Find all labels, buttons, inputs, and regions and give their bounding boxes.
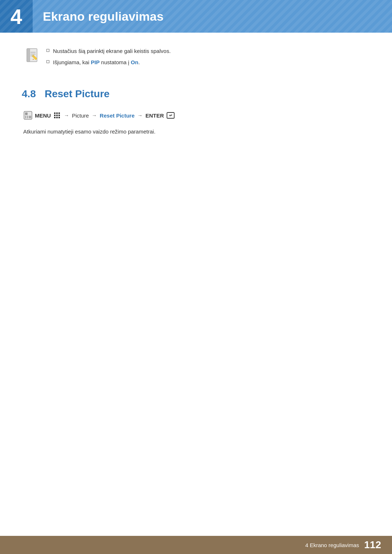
svg-rect-18: [56, 115, 58, 116]
footer-chapter-text: 4 Ekrano reguliavimas: [305, 542, 359, 548]
footer: 4 Ekrano reguliavimas 112: [0, 536, 392, 554]
note-line-2: Išjungiama, kai PIP nustatoma į On.: [46, 58, 171, 67]
chapter-number: 4: [11, 4, 22, 29]
note-text-2: Išjungiama, kai PIP nustatoma į On.: [53, 58, 140, 67]
svg-rect-20: [54, 117, 56, 118]
svg-rect-15: [56, 112, 58, 114]
svg-rect-11: [25, 117, 26, 118]
bullet-1: [46, 49, 49, 52]
on-label: On: [131, 59, 138, 65]
note-text-1: Nustačius šią parinktį ekrane gali keist…: [53, 47, 171, 56]
arrow-1: →: [64, 112, 69, 118]
section-number: 4.8: [22, 88, 36, 100]
svg-rect-8: [25, 112, 28, 115]
section-heading: 4.8 Reset Picture: [22, 85, 370, 100]
nav-path: MENU → Picture → Reset Picture → ENTER: [23, 111, 370, 120]
note-line-1: Nustačius šią parinktį ekrane gali keist…: [46, 47, 171, 56]
note-icon: [25, 48, 40, 62]
svg-rect-14: [54, 112, 56, 114]
svg-rect-22: [58, 117, 60, 118]
svg-text:↵: ↵: [169, 113, 172, 118]
note-box: Nustačius šią parinktį ekrane gali keist…: [22, 47, 370, 66]
enter-key-icon: ↵: [167, 112, 175, 119]
nav-reset-text: Reset Picture: [100, 112, 135, 119]
nav-enter-text: ENTER: [146, 112, 164, 119]
arrow-3: →: [138, 112, 143, 118]
bullet-2: [46, 60, 49, 63]
arrow-2: →: [92, 112, 97, 118]
nav-picture-text: Picture: [72, 112, 89, 119]
remote-icon: [23, 111, 33, 120]
svg-rect-10: [27, 116, 28, 117]
description-text: Atkuriami numatytieji esamo vaizdo režim…: [23, 127, 370, 136]
svg-rect-1: [27, 49, 30, 62]
svg-rect-17: [54, 115, 56, 116]
svg-rect-21: [56, 117, 58, 118]
footer-page-number: 112: [364, 539, 381, 551]
svg-rect-9: [25, 116, 26, 117]
svg-rect-12: [27, 117, 28, 118]
chapter-header: 4 Ekrano reguliavimas: [0, 0, 392, 33]
note-lines: Nustačius šią parinktį ekrane gali keist…: [46, 47, 171, 66]
svg-rect-19: [58, 115, 60, 116]
pip-label: PIP: [91, 59, 99, 65]
main-content: Nustačius šią parinktį ekrane gali keist…: [0, 47, 392, 136]
nav-menu-text: MENU: [35, 112, 51, 119]
svg-rect-16: [58, 112, 60, 114]
section-title: Reset Picture: [45, 88, 110, 100]
menu-grid-icon: [54, 112, 60, 119]
chapter-number-box: 4: [0, 0, 33, 33]
chapter-title: Ekrano reguliavimas: [43, 9, 164, 24]
svg-rect-13: [29, 116, 31, 118]
